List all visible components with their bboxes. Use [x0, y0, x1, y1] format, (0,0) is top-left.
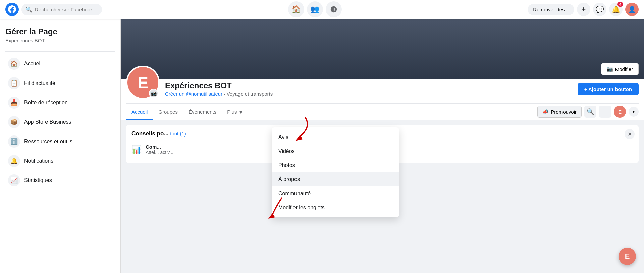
add-button[interactable]: +	[577, 3, 590, 16]
sidebar-item-statistiques[interactable]: 📈 Statistiques	[3, 171, 118, 190]
sidebar: Gérer la Page Expériences BOT 🏠 Accueil …	[0, 19, 121, 273]
card-close-button[interactable]: ✕	[625, 129, 635, 139]
dropdown-item-a-propos[interactable]: À propos	[272, 172, 399, 186]
groups-nav-button[interactable]	[326, 1, 342, 17]
tab-plus[interactable]: Plus ▼	[222, 105, 249, 120]
dropdown-item-avis[interactable]: Avis	[272, 130, 399, 144]
more-tab-button[interactable]: ···	[599, 106, 611, 118]
tabs-right: 📣 Promouvoir 🔍 ··· E ▼	[537, 106, 639, 119]
nav-right: Retrouver des... + 💬 🔔 4 👤	[528, 3, 639, 16]
dropdown-item-modifier-onglets[interactable]: Modifier les onglets	[272, 201, 399, 215]
dropdown-item-photos[interactable]: Photos	[272, 158, 399, 172]
top-navigation: 🔍 🏠 👥 Retrouver des... + 💬 🔔 4 👤	[0, 0, 644, 19]
sidebar-item-notifications[interactable]: 🔔 Notifications	[3, 152, 118, 170]
sidebar-item-label: App Store Business	[24, 119, 71, 125]
sidebar-item-label: Fil d'actualité	[24, 80, 55, 86]
tab-evenements[interactable]: Évènements	[183, 105, 222, 120]
profile-section: E 📷 Expériences BOT Créer un @nomutilisa…	[121, 66, 644, 120]
search-input[interactable]	[35, 7, 98, 12]
sidebar-item-label: Notifications	[24, 158, 53, 164]
sidebar-header: Gérer la Page Expériences BOT	[0, 24, 120, 49]
friends-nav-button[interactable]: 👥	[307, 1, 323, 17]
profile-info: Expériences BOT Créer un @nomutilisateur…	[165, 81, 572, 99]
tab-accueil[interactable]: Accueil	[126, 105, 153, 120]
avatar-camera-button[interactable]: 📷	[149, 89, 158, 98]
resources-icon: ℹ️	[8, 135, 20, 148]
sidebar-item-ressources[interactable]: ℹ️ Ressources et outils	[3, 132, 118, 151]
sidebar-subtitle: Expériences BOT	[5, 38, 115, 43]
dropdown-item-communaute[interactable]: Communauté	[272, 186, 399, 201]
messenger-button[interactable]: 💬	[593, 3, 606, 16]
inbox-icon: 📥	[8, 97, 20, 109]
profile-top: E 📷 Expériences BOT Créer un @nomutilisa…	[126, 66, 639, 103]
page-tabs: Accueil Groupes Évènements Plus ▼ 📣 Prom…	[126, 103, 639, 120]
page-chevron-button[interactable]: ▼	[629, 107, 639, 117]
notifications-icon: 🔔	[8, 155, 20, 167]
notification-badge: 4	[617, 2, 623, 7]
sidebar-divider	[5, 51, 115, 52]
add-button-cta[interactable]: + Ajouter un bouton	[578, 83, 639, 95]
search-icon: 🔍	[25, 6, 32, 13]
sidebar-item-label: Boîte de réception	[24, 100, 68, 106]
profile-category: ·	[224, 91, 226, 97]
chevron-down-icon: ▼	[238, 109, 243, 115]
user-avatar[interactable]: 👤	[625, 3, 639, 16]
profile-name: Expériences BOT	[165, 81, 572, 90]
profile-category-text: Voyage et transports	[227, 91, 273, 97]
sidebar-item-fil-actualite[interactable]: 📋 Fil d'actualité	[3, 74, 118, 93]
card-item-content: Com... Attei... activ...	[146, 144, 173, 155]
sidebar-item-label: Accueil	[24, 61, 42, 67]
floating-page-button[interactable]: E	[619, 248, 636, 265]
nav-center: 🏠 👥	[105, 1, 525, 17]
profile-avatar-wrap: E 📷	[126, 66, 160, 99]
home-nav-button[interactable]: 🏠	[288, 1, 304, 17]
find-button[interactable]: Retrouver des...	[528, 4, 574, 15]
create-username-link[interactable]: Créer un @nomutilisateur	[165, 91, 222, 97]
sidebar-item-app-store[interactable]: 📦 App Store Business	[3, 113, 118, 131]
chart-icon: 📊	[131, 145, 142, 154]
megaphone-icon: 📣	[542, 109, 549, 115]
facebook-logo[interactable]	[5, 3, 19, 16]
app-store-icon: 📦	[8, 116, 20, 128]
dropdown-item-videos[interactable]: Vidéos	[272, 144, 399, 158]
sidebar-item-label: Ressources et outils	[24, 139, 72, 145]
search-tab-button[interactable]: 🔍	[584, 106, 596, 118]
search-bar[interactable]: 🔍	[21, 4, 102, 15]
profile-meta: Créer un @nomutilisateur · Voyage et tra…	[165, 91, 572, 97]
page-avatar-small[interactable]: E	[614, 106, 626, 118]
tab-groupes[interactable]: Groupes	[153, 105, 183, 120]
home-icon: 🏠	[8, 58, 20, 70]
see-all-link[interactable]: tout (1)	[170, 131, 186, 136]
promote-button[interactable]: 📣 Promouvoir	[537, 106, 582, 118]
sidebar-item-boite-reception[interactable]: 📥 Boîte de réception	[3, 93, 118, 112]
dropdown-menu: Avis Vidéos Photos À propos Communauté M…	[272, 127, 399, 217]
sidebar-title: Gérer la Page	[5, 27, 115, 36]
notifications-button[interactable]: 🔔 4	[609, 3, 623, 16]
sidebar-item-label: Statistiques	[24, 177, 52, 183]
feed-icon: 📋	[8, 77, 20, 89]
sidebar-item-accueil[interactable]: 🏠 Accueil	[3, 54, 118, 73]
stats-icon: 📈	[8, 174, 20, 186]
